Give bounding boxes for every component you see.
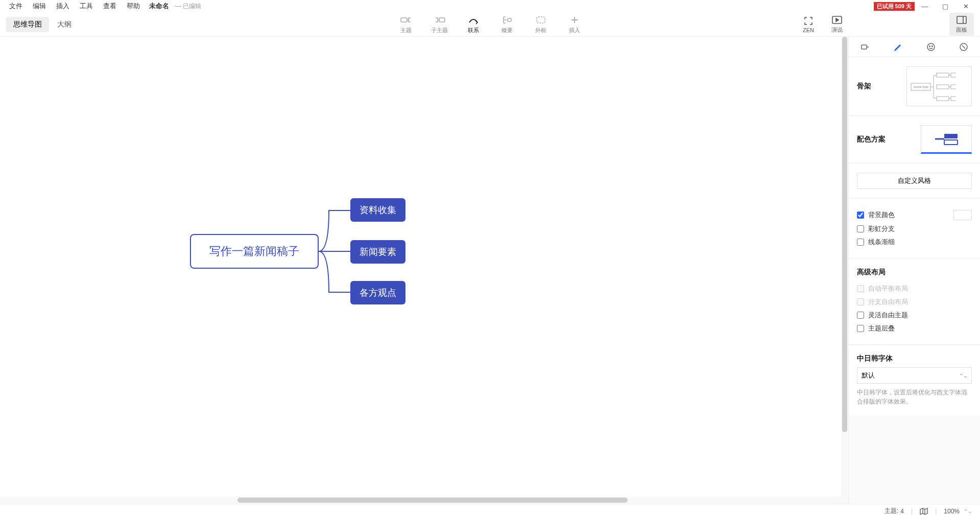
cjk-font-hint: 中日韩字体，设置后将优化与西文字体混合排版的字体效果。	[857, 388, 972, 406]
free-topic-check-input[interactable]	[857, 312, 864, 319]
panel-tab-info[interactable]	[955, 40, 972, 54]
document-title: 未命名	[145, 1, 173, 12]
overlap-check-input[interactable]	[857, 325, 864, 332]
window-maximize-button[interactable]: ▢	[935, 3, 955, 10]
zoom-value: 100%	[944, 508, 960, 515]
free-branch-check-input	[857, 298, 864, 305]
tool-panel[interactable]: 面板	[949, 13, 974, 36]
chevron-updown-icon: ⌃⌄	[964, 509, 972, 514]
tool-insert[interactable]: 插入	[560, 14, 589, 34]
canvas-vertical-scrollbar[interactable]	[841, 37, 848, 497]
canvas-horizontal-scrollbar[interactable]	[0, 497, 848, 504]
skeleton-label: 骨架	[857, 82, 871, 91]
svg-rect-13	[937, 73, 949, 77]
auto-balance-check-input	[857, 285, 864, 292]
overlap-checkbox[interactable]: 主题层叠	[857, 322, 972, 335]
bg-color-swatch[interactable]	[953, 210, 972, 220]
custom-style-button[interactable]: 自定义风格	[857, 173, 972, 189]
trial-badge[interactable]: 已试用 509 天	[874, 2, 915, 11]
central-topic[interactable]: 写作一篇新闻稿子	[190, 234, 319, 269]
bg-color-label: 背景颜色	[868, 210, 895, 220]
toolbar: 思维导图 大纲 主题 子主题 联系 概要 外框 插入 Z	[0, 12, 980, 37]
document-status: — 已编辑	[173, 1, 203, 12]
menu-insert[interactable]: 插入	[51, 1, 75, 12]
plus-icon	[570, 14, 579, 26]
auto-balance-label: 自动平衡布局	[868, 284, 908, 293]
bg-color-checkbox[interactable]: 背景颜色	[857, 208, 972, 222]
play-icon	[832, 15, 842, 25]
cjk-font-value: 默认	[862, 371, 875, 380]
menu-tools[interactable]: 工具	[75, 1, 98, 12]
tool-present[interactable]: 演说	[825, 15, 849, 34]
tool-summary-label: 概要	[501, 27, 513, 34]
svg-rect-15	[937, 97, 949, 101]
tool-boundary-label: 外框	[535, 27, 546, 34]
canvas[interactable]: 写作一篇新闻稿子 资料收集 新闻要素 各方观点	[0, 37, 848, 504]
svg-rect-16	[944, 134, 958, 138]
free-topic-checkbox[interactable]: 灵活自由主题	[857, 309, 972, 322]
rainbow-check-input[interactable]	[857, 225, 864, 232]
overlap-label: 主题层叠	[868, 324, 895, 333]
tapered-label: 线条渐细	[868, 238, 895, 247]
tool-subtopic-label: 子主题	[431, 27, 448, 34]
tool-zen-label: ZEN	[803, 27, 814, 33]
tool-topic[interactable]: 主题	[391, 14, 421, 34]
svg-rect-5	[957, 16, 966, 23]
zoom-control[interactable]: 100% ⌃⌄	[944, 508, 972, 515]
window-minimize-button[interactable]: —	[915, 3, 935, 10]
topic-count: 主题: 4	[885, 507, 904, 515]
connector-lines	[319, 198, 350, 304]
color-scheme-selector[interactable]	[921, 125, 972, 154]
menu-file[interactable]: 文件	[4, 1, 28, 12]
chevron-updown-icon: ⌃⌄	[959, 373, 967, 379]
svg-point-9	[931, 45, 933, 46]
rainbow-checkbox[interactable]: 彩虹分支	[857, 222, 972, 236]
svg-rect-6	[862, 45, 867, 49]
tapered-check-input[interactable]	[857, 239, 864, 246]
svg-point-7	[927, 43, 935, 51]
svg-rect-2	[508, 18, 511, 21]
main-topic-1[interactable]: 资料收集	[350, 198, 405, 222]
skeleton-selector[interactable]: Central Topic	[906, 66, 972, 106]
tool-zen[interactable]: ZEN	[796, 16, 821, 33]
cjk-font-select[interactable]: 默认 ⌃⌄	[857, 367, 972, 384]
color-scheme-label: 配色方案	[857, 135, 886, 144]
relationship-icon	[468, 14, 479, 26]
boundary-icon	[535, 14, 546, 26]
view-tab-outline[interactable]: 大纲	[50, 17, 79, 32]
fullscreen-icon	[804, 16, 813, 26]
subtopic-icon	[434, 14, 445, 26]
svg-rect-3	[537, 17, 545, 23]
tool-relationship[interactable]: 联系	[459, 14, 488, 34]
svg-rect-14	[937, 85, 949, 89]
tool-subtopic[interactable]: 子主题	[425, 14, 455, 34]
window-close-button[interactable]: ✕	[955, 3, 976, 10]
panel-tab-map[interactable]	[857, 40, 873, 54]
panel-tab-style[interactable]	[890, 40, 906, 54]
main-topic-3[interactable]: 各方观点	[350, 281, 405, 304]
svg-rect-1	[439, 18, 445, 22]
tapered-checkbox[interactable]: 线条渐细	[857, 236, 972, 249]
panel-tab-emoji[interactable]	[923, 40, 939, 54]
map-overview-button[interactable]	[920, 508, 928, 515]
svg-rect-0	[401, 18, 407, 22]
tool-boundary[interactable]: 外框	[526, 14, 556, 34]
menu-help[interactable]: 帮助	[122, 1, 145, 12]
menu-view[interactable]: 查看	[98, 1, 122, 12]
tool-summary[interactable]: 概要	[492, 14, 522, 34]
map-icon	[920, 508, 928, 515]
panel-tabs	[849, 37, 980, 57]
svg-text:Central Topic: Central Topic	[913, 85, 928, 88]
menu-edit[interactable]: 编辑	[28, 1, 51, 12]
view-tab-mindmap[interactable]: 思维导图	[6, 17, 49, 32]
summary-icon	[501, 14, 513, 26]
free-topic-label: 灵活自由主题	[868, 311, 908, 320]
bg-color-check-input[interactable]	[857, 211, 864, 219]
tool-relationship-label: 联系	[468, 27, 479, 34]
main-topic-2[interactable]: 新闻要素	[350, 240, 405, 264]
tool-topic-label: 主题	[400, 27, 412, 34]
free-branch-checkbox: 分支自由布局	[857, 295, 972, 309]
svg-rect-17	[944, 140, 958, 145]
free-branch-label: 分支自由布局	[868, 297, 908, 307]
tool-present-label: 演说	[831, 26, 843, 34]
